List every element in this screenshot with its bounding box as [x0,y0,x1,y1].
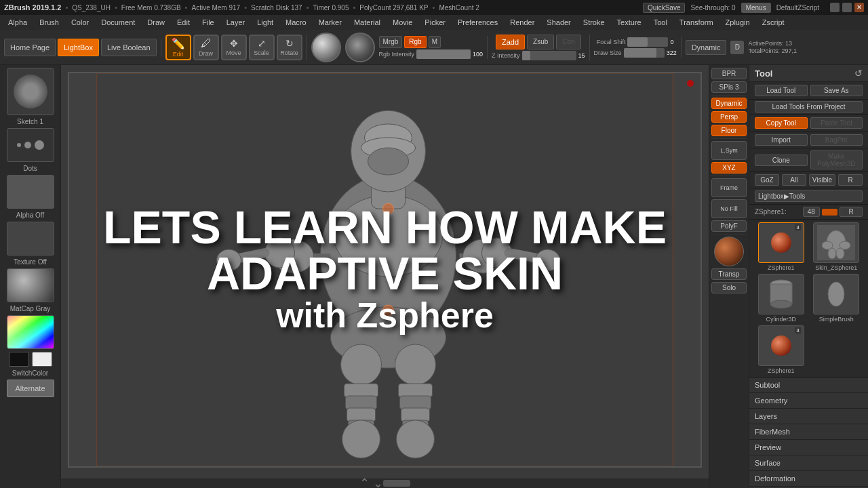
menu-zscript[interactable]: Zscript [757,17,790,28]
menu-transform[interactable]: Transform [674,17,719,28]
menu-file[interactable]: File [197,17,220,28]
menu-stroke[interactable]: Stroke [578,17,610,28]
zsub-button[interactable]: Zsub [527,35,554,49]
zsphere-r-button[interactable]: R [840,207,863,217]
mrgb-button[interactable]: Mrgb [379,36,403,48]
clone-button[interactable]: Clone [755,155,808,166]
menu-material[interactable]: Material [349,17,386,28]
draw-size-slider[interactable] [624,48,665,58]
surface-section[interactable]: Surface [749,455,868,471]
swatch-black[interactable] [9,352,29,367]
live-boolean-button[interactable]: Live Boolean [101,39,157,56]
lsym-button[interactable]: L.Sym [711,141,747,160]
menu-document[interactable]: Document [96,17,140,28]
xyz-button[interactable]: XYZ [711,162,747,174]
transp-sphere[interactable] [714,237,744,266]
rotate-button[interactable]: ↻ Rotate [277,35,302,60]
swatch-white[interactable] [32,352,52,367]
maximize-button[interactable] [842,3,852,12]
nofill-button[interactable]: No Fill [711,199,747,218]
goz-button[interactable]: GoZ [755,174,779,186]
menu-texture[interactable]: Texture [612,17,647,28]
edit-button[interactable]: ✏️ Edit [165,35,191,60]
load-tool-button[interactable]: Load Tool [755,85,808,96]
dots-preview[interactable] [7,128,54,162]
color-picker[interactable] [7,315,54,349]
zcon-button[interactable]: Con [556,35,580,49]
focal-shift-slider[interactable] [627,37,668,47]
lightbox-tools-button[interactable]: Lightbox▶Tools [755,190,863,202]
menu-marker[interactable]: Marker [313,17,347,28]
paste-tool-button[interactable]: Paste Tool [810,117,863,129]
zsphere-slider[interactable] [822,209,838,216]
tool-thumb-zsphere1[interactable]: 3 ZSphere1 [755,222,808,271]
bpr-button[interactable]: BPR [711,68,747,79]
polyf-button[interactable]: PolyF [711,220,747,232]
tool-thumb-zsphere1-2[interactable]: 3 ZSphere1 [755,325,808,374]
brush-preview[interactable] [7,68,54,115]
menu-layer[interactable]: Layer [221,17,251,28]
scale-button[interactable]: ⤢ Scale [249,35,275,60]
zadd-button[interactable]: Zadd [496,35,525,49]
tool-thumb-cylinder3d[interactable]: Cylinder3D [755,274,808,323]
menu-zplugin[interactable]: Zplugin [720,17,755,28]
lightbox-button[interactable]: LightBox [58,39,99,56]
m-button[interactable]: M [429,36,441,48]
preview-section[interactable]: Preview [749,440,868,455]
matcap-preview[interactable] [7,268,54,302]
brush-sphere[interactable] [345,33,375,62]
menu-draw[interactable]: Draw [142,17,170,28]
r-button[interactable]: R [838,174,863,186]
texture-preview[interactable] [7,222,54,256]
spis-button[interactable]: SPis 3 [711,81,747,93]
tool-thumb-skin-zsphere1[interactable]: Skin_ZSphere1 [810,222,863,271]
save-as-button[interactable]: Save As [810,85,863,96]
menu-shader[interactable]: Shader [541,17,576,28]
load-tools-project-button[interactable]: Load Tools From Project [755,101,863,113]
alternate-button[interactable]: Alternate [7,380,54,397]
menus-button[interactable]: Menus [741,3,771,13]
copy-tool-button[interactable]: Copy Tool [755,117,808,129]
dynamic-button[interactable]: Dynamic [711,98,747,109]
menu-preferences[interactable]: Preferences [452,17,503,28]
menu-light[interactable]: Light [252,17,279,28]
menu-brush[interactable]: Brush [34,17,64,28]
menu-macro[interactable]: Macro [280,17,312,28]
visible-button[interactable]: Visible [809,174,835,186]
menu-edit[interactable]: Edit [172,17,195,28]
close-button[interactable]: ✕ [854,3,864,12]
fibermesh-section[interactable]: FiberMesh [749,424,868,440]
canvas-area[interactable]: LETS LEARN HOW MAKE ADAPTIVE SKIN with Z… [61,65,709,488]
quicksave-button[interactable]: QuickSave [643,3,685,13]
bagpnt-button[interactable]: BagPnt [810,134,863,146]
geometry-section[interactable]: Geometry [749,393,868,409]
draw-button[interactable]: 🖊 Draw [193,35,219,60]
rgb-intensity-slider[interactable] [416,49,471,59]
scroll-handle[interactable] [383,480,410,487]
dynamic-button[interactable]: Dynamic [686,40,727,55]
home-page-button[interactable]: Home Page [4,39,56,56]
floor-button[interactable]: Floor [711,125,747,136]
layers-section[interactable]: Layers [749,409,868,424]
z-intensity-slider[interactable] [522,51,576,60]
minimize-button[interactable] [830,3,840,12]
menu-render[interactable]: Render [505,17,540,28]
tool-panel-collapse[interactable]: ↺ [854,68,863,79]
subtool-section[interactable]: Subtool [749,378,868,393]
persp-button[interactable]: Persp [711,111,747,123]
rgb-button[interactable]: Rgb [404,36,426,48]
transp-button[interactable]: Transp [711,268,747,280]
menu-picker[interactable]: Picker [419,17,451,28]
solo-button[interactable]: Solo [711,282,747,293]
tool-thumb-simplebrush[interactable]: SimpleBrush [810,274,863,323]
all-button[interactable]: All [782,174,806,186]
make-polymesh-button[interactable]: Make PolyMesh3D [810,150,863,169]
alpha-preview[interactable] [7,175,54,209]
menu-tool[interactable]: Tool [648,17,673,28]
menu-color[interactable]: Color [66,17,94,28]
deformation-section[interactable]: Deformation [749,471,868,487]
import-button[interactable]: Import [755,134,808,146]
frame-button[interactable]: Frame [711,178,747,197]
move-button[interactable]: ✥ Move [221,35,247,60]
menu-alpha[interactable]: Alpha [3,17,33,28]
